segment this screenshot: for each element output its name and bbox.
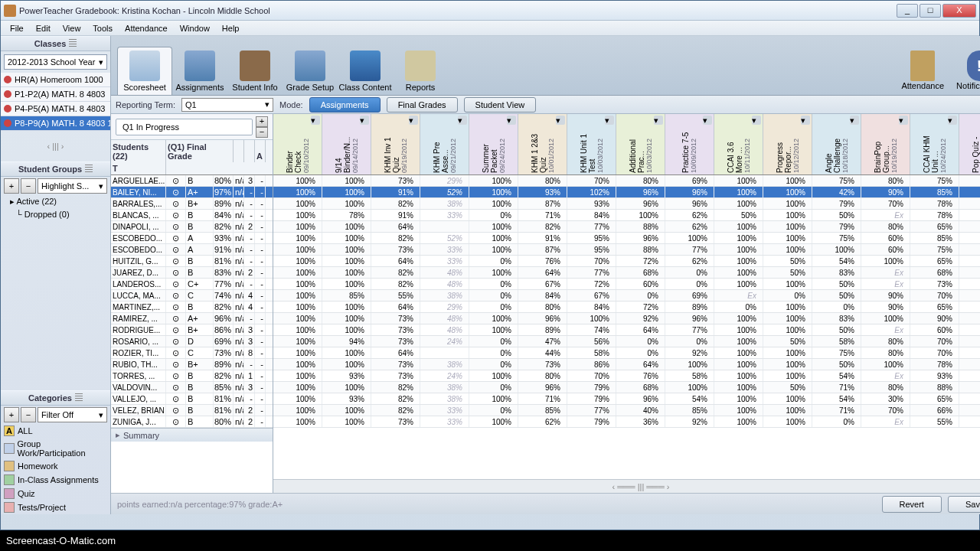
score-cell[interactable]: 50%: [812, 210, 861, 220]
score-cell[interactable]: 83%: [812, 313, 861, 324]
score-cell[interactable]: 67%: [518, 279, 567, 289]
score-cell[interactable]: 100%: [567, 313, 616, 324]
student-row[interactable]: JUAREZ, D...⊙B83%n/a2-: [111, 267, 273, 279]
student-row[interactable]: TORRES, ...⊙B82%n/a1-: [111, 370, 273, 382]
tree-active[interactable]: ▸ Active (22): [1, 195, 110, 208]
score-cell[interactable]: 100%: [959, 382, 980, 393]
score-cell[interactable]: 0%: [812, 302, 861, 312]
score-cell[interactable]: 79%: [567, 416, 616, 427]
score-cell[interactable]: 100%: [273, 324, 322, 335]
score-cell[interactable]: 70%: [959, 279, 980, 289]
score-cell[interactable]: 64%: [371, 302, 420, 312]
score-cell[interactable]: 64%: [371, 221, 420, 232]
score-cell[interactable]: 90%: [959, 416, 980, 427]
score-cell[interactable]: 100%: [861, 256, 910, 266]
score-cell[interactable]: 64%: [616, 324, 665, 335]
score-cell[interactable]: 60%: [616, 279, 665, 289]
assignment-menu-icon[interactable]: ▾: [948, 116, 957, 125]
score-cell[interactable]: 52%: [420, 233, 469, 243]
score-cell[interactable]: 100%: [273, 313, 322, 324]
score-cell[interactable]: 100%: [322, 175, 371, 186]
score-cell[interactable]: 70%: [861, 405, 910, 416]
score-cell[interactable]: 82%: [371, 405, 420, 416]
score-cell[interactable]: 64%: [371, 347, 420, 358]
category-item[interactable]: Group Work/Participation: [1, 438, 110, 459]
score-cell[interactable]: 29%: [420, 302, 469, 312]
score-cell[interactable]: 50%: [763, 267, 812, 278]
score-cell[interactable]: 100%: [273, 187, 322, 197]
student-row[interactable]: LUCCA, MA...⊙C74%n/a4-: [111, 290, 273, 302]
score-row[interactable]: 100%100%73%38%0%73%86%64%100%100%100%50%…: [273, 359, 980, 370]
score-cell[interactable]: 100%: [714, 233, 763, 243]
menu-tools[interactable]: Tools: [87, 22, 119, 34]
score-cell[interactable]: 100%: [763, 187, 812, 197]
reporting-term-dropdown[interactable]: Q1▾: [181, 98, 273, 112]
score-cell[interactable]: 91%: [371, 210, 420, 220]
score-cell[interactable]: 75%: [910, 244, 959, 255]
score-cell[interactable]: 100%: [714, 382, 763, 393]
score-cell[interactable]: 80%: [861, 336, 910, 347]
close-button[interactable]: X: [942, 4, 976, 18]
score-cell[interactable]: Ex: [861, 267, 910, 278]
score-cell[interactable]: 90%: [861, 302, 910, 312]
score-cell[interactable]: 76%: [518, 256, 567, 266]
score-cell[interactable]: 100%: [763, 175, 812, 186]
score-cell[interactable]: 24%: [420, 370, 469, 381]
class-item[interactable]: P1-P2(A) MATH. 8 4803: [1, 87, 110, 102]
score-cell[interactable]: 60%: [910, 324, 959, 335]
score-cell[interactable]: 0%: [469, 336, 518, 347]
score-cell[interactable]: 85%: [518, 405, 567, 416]
score-cell[interactable]: 70%: [910, 290, 959, 301]
score-cell[interactable]: 70%: [567, 370, 616, 381]
score-cell[interactable]: 65%: [910, 302, 959, 312]
filter-dropdown[interactable]: Filter Off▾: [38, 407, 107, 422]
score-cell[interactable]: 33%: [420, 416, 469, 427]
score-cell[interactable]: 92%: [616, 313, 665, 324]
score-cell[interactable]: 96%: [665, 198, 714, 209]
student-row[interactable]: ROSARIO, ...⊙D69%n/a3-: [111, 336, 273, 347]
score-cell[interactable]: 0%: [665, 279, 714, 289]
score-cell[interactable]: 48%: [420, 324, 469, 335]
tab-student-info[interactable]: Student Info: [227, 47, 283, 95]
score-cell[interactable]: 0%: [616, 336, 665, 347]
score-cell[interactable]: 84%: [567, 210, 616, 220]
score-cell[interactable]: 0%: [469, 210, 518, 220]
score-cell[interactable]: 100%: [763, 244, 812, 255]
score-cell[interactable]: 100%: [273, 244, 322, 255]
score-row[interactable]: 100%100%82%38%100%87%93%96%96%100%100%79…: [273, 198, 980, 210]
score-cell[interactable]: 60%: [861, 233, 910, 243]
score-cell[interactable]: Ex: [861, 324, 910, 335]
col-t[interactable]: T: [111, 162, 166, 175]
score-cell[interactable]: 100%: [959, 198, 980, 209]
score-cell[interactable]: 80%: [959, 175, 980, 186]
score-cell[interactable]: 50%: [763, 256, 812, 266]
score-cell[interactable]: 78%: [910, 359, 959, 370]
score-cell[interactable]: 24%: [420, 336, 469, 347]
score-cell[interactable]: 82%: [371, 393, 420, 404]
mode-student-view[interactable]: Student View: [464, 97, 537, 112]
score-cell[interactable]: Ex: [714, 290, 763, 301]
score-cell[interactable]: 50%: [714, 210, 763, 220]
score-cell[interactable]: 100%: [273, 279, 322, 289]
score-cell[interactable]: 100%: [322, 221, 371, 232]
add-button[interactable]: +: [4, 178, 19, 194]
score-cell[interactable]: 70%: [567, 256, 616, 266]
score-cell[interactable]: 93%: [322, 393, 371, 404]
score-cell[interactable]: 100%: [322, 416, 371, 427]
score-cell[interactable]: 73%: [371, 416, 420, 427]
score-row[interactable]: 100%100%64%0%44%58%0%92%100%100%75%80%70…: [273, 347, 980, 359]
assignment-header[interactable]: ▾Angle Challenge10/18/2012: [812, 114, 861, 174]
score-cell[interactable]: 96%: [616, 233, 665, 243]
zoom-out-button[interactable]: −: [256, 127, 268, 138]
score-cell[interactable]: 33%: [420, 244, 469, 255]
score-cell[interactable]: 77%: [567, 267, 616, 278]
score-cell[interactable]: 85%: [322, 290, 371, 301]
student-row[interactable]: MARTINEZ,...⊙B82%n/a4-: [111, 302, 273, 313]
horizontal-scrollbar[interactable]: ‹ ═══ ||| ═══ ›: [273, 479, 980, 493]
score-cell[interactable]: 70%: [861, 198, 910, 209]
score-cell[interactable]: 100%: [322, 244, 371, 255]
score-row[interactable]: 100%78%91%33%0%71%84%100%62%50%100%50%Ex…: [273, 210, 980, 221]
score-cell[interactable]: 100%: [273, 210, 322, 220]
category-item[interactable]: Quiz: [1, 487, 110, 500]
assignment-menu-icon[interactable]: ▾: [360, 116, 369, 125]
